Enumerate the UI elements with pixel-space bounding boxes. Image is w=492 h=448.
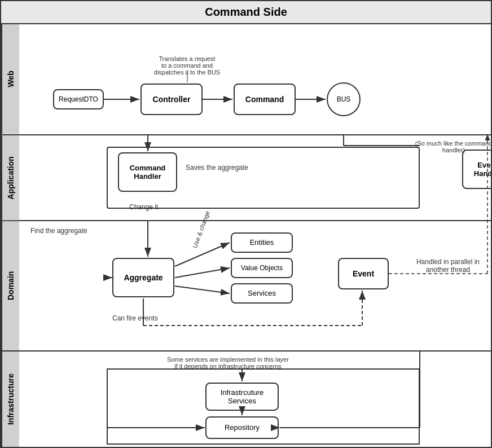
domain-content: Find the aggregate Aggregate Entities Va… bbox=[19, 221, 491, 350]
web-label: Web bbox=[1, 24, 19, 134]
change-annotation: Change it bbox=[129, 203, 158, 211]
app-layer: Application Command Handler Saves the ag… bbox=[1, 135, 491, 221]
valueObjects-box: Value Objects bbox=[231, 258, 293, 278]
eventHandler-box: Event Handler bbox=[462, 150, 491, 189]
title: Command Side bbox=[205, 6, 287, 18]
services-box: Services bbox=[231, 283, 293, 304]
somuchlike-annotation: (So much like the command handler) bbox=[414, 140, 491, 153]
find-aggregate-annotation: Find the aggregate bbox=[30, 227, 87, 235]
main-container: Command Side Web RequestDTO Controller bbox=[0, 0, 492, 448]
requestDTO-box: RequestDTO bbox=[53, 89, 104, 109]
domain-layer: Domain Find the aggregate Aggregate Enti… bbox=[1, 221, 491, 352]
entities-box: Entities bbox=[231, 232, 293, 253]
saves-annotation: Saves the aggregate bbox=[186, 164, 248, 172]
event-box: Event bbox=[338, 258, 389, 289]
command-box: Command bbox=[234, 84, 296, 115]
svg-line-20 bbox=[175, 268, 230, 278]
content-area: Web RequestDTO Controller Command bbox=[1, 24, 491, 447]
infra-content: Some services are implemented in this la… bbox=[19, 352, 491, 447]
aggregate-box: Aggregate bbox=[112, 258, 174, 297]
title-bar: Command Side bbox=[1, 1, 491, 24]
infra-label: Infrastructure bbox=[1, 352, 19, 447]
handled-parallel-annotation: Handled in parallel in another thread bbox=[411, 258, 485, 274]
svg-line-19 bbox=[175, 243, 230, 266]
web-layer: Web RequestDTO Controller Command bbox=[1, 24, 491, 135]
infra-scope-box bbox=[107, 368, 420, 445]
some-services-annotation: Some services are implemented in this la… bbox=[160, 356, 296, 370]
app-content: Command Handler Saves the aggregate Chan… bbox=[19, 135, 491, 220]
app-label: Application bbox=[1, 135, 19, 220]
web-content: RequestDTO Controller Command BUS bbox=[19, 24, 491, 134]
bus-annotation: Translates a request to a command and di… bbox=[140, 55, 234, 76]
domain-label: Domain bbox=[1, 221, 19, 350]
controller-box: Controller bbox=[140, 84, 203, 115]
bus-circle: BUS bbox=[327, 82, 361, 116]
layers-container: Web RequestDTO Controller Command bbox=[1, 24, 491, 447]
web-arrows bbox=[19, 24, 491, 134]
svg-line-21 bbox=[175, 286, 230, 293]
can-fire-annotation: Can fire events bbox=[112, 314, 158, 322]
app-scope-box bbox=[107, 147, 420, 209]
infra-layer: Infrastructure Some services are impleme… bbox=[1, 352, 491, 447]
